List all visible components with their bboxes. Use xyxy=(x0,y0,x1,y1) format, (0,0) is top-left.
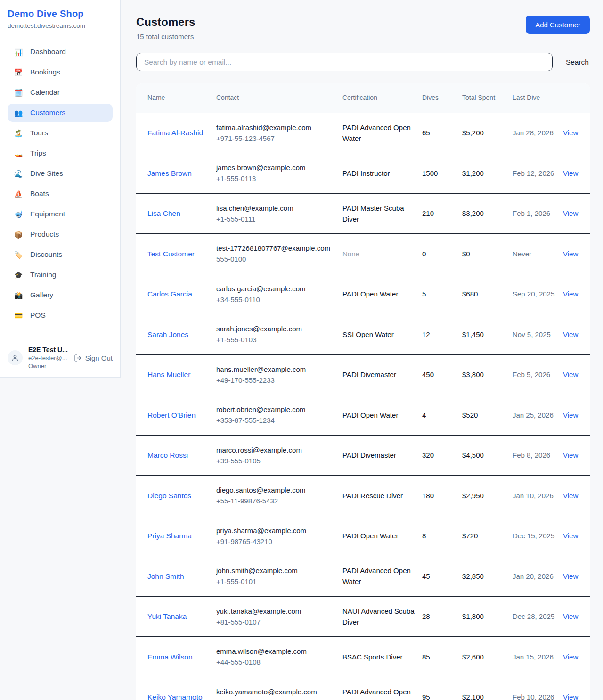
customer-name-link[interactable]: Yuki Tanaka xyxy=(147,611,187,622)
customer-email: hans.mueller@example.com xyxy=(216,364,342,375)
customer-name-link[interactable]: Marco Rossi xyxy=(147,450,188,461)
column-header-dives: Dives xyxy=(422,83,462,113)
view-link[interactable]: View xyxy=(563,653,578,661)
view-link[interactable]: View xyxy=(563,693,578,700)
sidebar-item-equipment[interactable]: 🤿 Equipment xyxy=(8,205,113,223)
last-dive-value: Jan 10, 2026 xyxy=(513,481,563,510)
view-link[interactable]: View xyxy=(563,411,578,419)
sidebar-item-discounts[interactable]: 🏷️ Discounts xyxy=(8,246,113,264)
dives-value: 450 xyxy=(422,360,462,389)
sidebar-item-products[interactable]: 📦 Products xyxy=(8,225,113,243)
dives-value: 12 xyxy=(422,320,462,349)
sign-out-icon xyxy=(74,354,82,362)
last-dive-value: Jan 28, 2026 xyxy=(513,118,563,147)
total-spent-value: $4,500 xyxy=(462,441,513,469)
bar-chart-icon: 📊 xyxy=(13,49,24,56)
customer-email: marco.rossi@example.com xyxy=(216,445,342,455)
certification-value: NAUI Advanced Scuba Diver xyxy=(342,607,415,626)
sidebar-item-bookings[interactable]: 📅 Bookings xyxy=(8,63,113,81)
view-link[interactable]: View xyxy=(563,572,578,580)
view-link[interactable]: View xyxy=(563,330,578,338)
customer-name-link[interactable]: Lisa Chen xyxy=(147,208,180,219)
sidebar-item-customers[interactable]: 👥 Customers xyxy=(8,104,113,122)
add-customer-button[interactable]: Add Customer xyxy=(526,16,590,34)
graduation-cap-icon: 🎓 xyxy=(13,272,24,279)
search-input[interactable] xyxy=(136,53,553,71)
sidebar: Demo Dive Shop demo.test.divestreams.com… xyxy=(0,0,121,378)
shop-name: Demo Dive Shop xyxy=(8,8,113,19)
total-spent-value: $2,950 xyxy=(462,481,513,510)
dives-value: 4 xyxy=(422,401,462,429)
total-spent-value: $1,450 xyxy=(462,320,513,349)
dives-value: 8 xyxy=(422,521,462,550)
customer-name-link[interactable]: Keiko Yamamoto xyxy=(147,692,203,700)
dives-value: 65 xyxy=(422,118,462,147)
view-link[interactable]: View xyxy=(563,371,578,379)
sidebar-item-training[interactable]: 🎓 Training xyxy=(8,266,113,284)
sign-out-button[interactable]: Sign Out xyxy=(74,354,113,362)
search-button[interactable]: Search xyxy=(565,55,590,69)
sidebar-item-calendar[interactable]: 🗓️ Calendar xyxy=(8,83,113,101)
customer-phone: +81-90-1234-5678 xyxy=(216,697,342,700)
view-link[interactable]: View xyxy=(563,451,578,459)
sidebar-item-boats[interactable]: ⛵ Boats xyxy=(8,185,113,203)
customer-email: sarah.jones@example.com xyxy=(216,323,342,334)
customer-name-link[interactable]: Fatima Al-Rashid xyxy=(147,127,203,138)
view-link[interactable]: View xyxy=(563,612,578,620)
customer-count: 15 total customers xyxy=(136,33,195,41)
view-link[interactable]: View xyxy=(563,290,578,298)
view-link[interactable]: View xyxy=(563,532,578,540)
view-link[interactable]: View xyxy=(563,250,578,258)
sidebar-item-gallery[interactable]: 📸 Gallery xyxy=(8,286,113,304)
customer-email: test-1772681807767@example.com xyxy=(216,243,342,254)
last-dive-value: Never xyxy=(513,239,563,268)
customer-phone: +34-555-0110 xyxy=(216,294,342,305)
sidebar-item-trips[interactable]: 🚤 Trips xyxy=(8,144,113,162)
credit-card-icon: 💳 xyxy=(13,312,24,319)
customer-name-link[interactable]: Robert O'Brien xyxy=(147,410,196,420)
total-spent-value: $680 xyxy=(462,280,513,308)
customer-name-link[interactable]: Priya Sharma xyxy=(147,530,192,541)
total-spent-value: $1,800 xyxy=(462,602,513,631)
dives-value: 210 xyxy=(422,199,462,228)
dives-value: 45 xyxy=(422,562,462,591)
table-row: Test Customer test-1772681807767@example… xyxy=(136,234,590,274)
table-row: Fatima Al-Rashid fatima.alrashid@example… xyxy=(136,113,590,154)
last-dive-value: Feb 5, 2026 xyxy=(513,360,563,389)
customer-email: emma.wilson@example.com xyxy=(216,646,342,657)
dives-value: 0 xyxy=(422,239,462,268)
view-link[interactable]: View xyxy=(563,169,578,177)
view-link[interactable]: View xyxy=(563,129,578,137)
customer-phone: +1-555-0111 xyxy=(216,214,342,224)
customer-name-link[interactable]: Test Customer xyxy=(147,248,195,259)
certification-value: PADI Divemaster xyxy=(342,451,396,459)
last-dive-value: Feb 8, 2026 xyxy=(513,441,563,469)
table-row: Lisa Chen lisa.chen@example.com +1-555-0… xyxy=(136,194,590,234)
customer-name-link[interactable]: John Smith xyxy=(147,571,184,582)
column-header-actions xyxy=(563,89,590,107)
customer-phone: +39-555-0105 xyxy=(216,455,342,466)
sidebar-item-dashboard[interactable]: 📊 Dashboard xyxy=(8,43,113,61)
user-name: E2E Test U... xyxy=(28,346,68,354)
customer-name-link[interactable]: Emma Wilson xyxy=(147,651,193,662)
customer-email: robert.obrien@example.com xyxy=(216,404,342,415)
customer-name-link[interactable]: James Brown xyxy=(147,168,192,179)
customer-phone: +44-555-0108 xyxy=(216,657,342,667)
customer-name-link[interactable]: Hans Mueller xyxy=(147,369,190,380)
customer-name-link[interactable]: Diego Santos xyxy=(147,490,191,501)
customer-name-link[interactable]: Sarah Jones xyxy=(147,329,188,340)
customer-name-link[interactable]: Carlos Garcia xyxy=(147,288,192,299)
view-link[interactable]: View xyxy=(563,492,578,500)
customer-phone: 555-0100 xyxy=(216,254,342,264)
sidebar-item-dive-sites[interactable]: 🌊 Dive Sites xyxy=(8,165,113,182)
sidebar-item-tours[interactable]: 🏝️ Tours xyxy=(8,124,113,142)
customer-email: lisa.chen@example.com xyxy=(216,203,342,214)
certification-value: BSAC Sports Diver xyxy=(342,653,403,661)
view-link[interactable]: View xyxy=(563,209,578,217)
sidebar-item-pos[interactable]: 💳 POS xyxy=(8,306,113,324)
customer-phone: +49-170-555-2233 xyxy=(216,375,342,386)
customer-phone: +91-98765-43210 xyxy=(216,536,342,547)
page-header: Customers 15 total customers Add Custome… xyxy=(136,16,590,41)
total-spent-value: $2,600 xyxy=(462,642,513,671)
total-spent-value: $2,850 xyxy=(462,562,513,591)
